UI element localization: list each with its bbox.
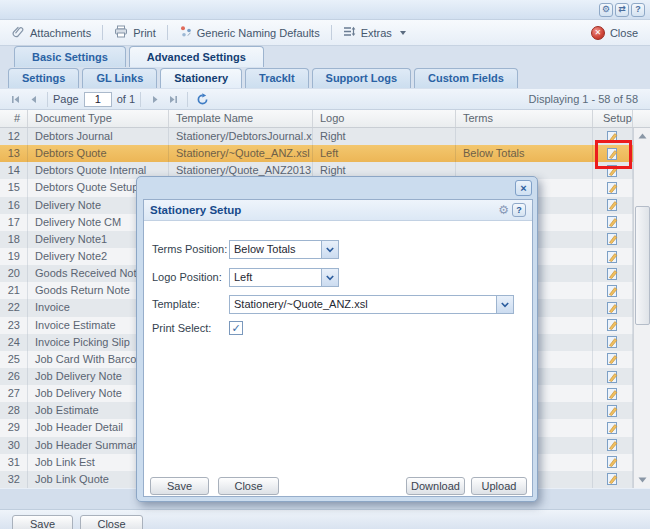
setup-edit-icon[interactable]	[593, 282, 633, 299]
extras-menu-button[interactable]: Extras	[339, 23, 410, 43]
refresh-icon[interactable]: ⇄	[615, 3, 629, 17]
tab-trackit[interactable]: TrackIt	[245, 68, 308, 88]
dialog-save-button[interactable]: Save	[150, 477, 209, 495]
template-label: Template:	[152, 298, 200, 310]
template-value: Stationery/~Quote_ANZ.xsl	[230, 296, 496, 313]
tab-custom-fields[interactable]: Custom Fields	[414, 68, 518, 88]
tab-advanced-settings[interactable]: Advanced Settings	[129, 46, 264, 67]
setup-edit-icon[interactable]	[593, 299, 633, 316]
pager-separator	[47, 92, 48, 107]
dialog-close-button[interactable]: Close	[218, 477, 279, 495]
pager-separator	[187, 92, 188, 107]
row-number-cell: 19	[0, 248, 28, 265]
scrollbar-thumb[interactable]	[635, 206, 650, 325]
chevron-down-icon[interactable]	[321, 269, 338, 286]
row-number-cell: 31	[0, 454, 28, 471]
save-button[interactable]: Save	[12, 515, 73, 529]
terms-position-label: Terms Position:	[152, 243, 227, 255]
row-number-cell: 29	[0, 419, 28, 436]
terms-position-field: Terms Position: Below Totals	[144, 240, 532, 260]
column-header-document-type[interactable]: Document Type	[28, 110, 169, 127]
print-select-checkbox[interactable]: ✓	[229, 321, 243, 335]
setup-edit-icon[interactable]	[593, 179, 633, 196]
table-row[interactable]: 13Debtors QuoteStationery/~Quote_ANZ.xsl…	[0, 145, 633, 162]
paging-toolbar: Page of 1 Displaying 1 - 58 of 58	[0, 89, 650, 110]
help-icon[interactable]: ?	[631, 3, 645, 17]
print-select-label: Print Select:	[152, 322, 211, 334]
displaying-status: Displaying 1 - 58 of 58	[529, 93, 644, 105]
dialog-download-button[interactable]: Download	[406, 477, 465, 495]
close-button-footer[interactable]: Close	[80, 515, 143, 529]
attachments-label: Attachments	[30, 27, 91, 39]
template-select[interactable]: Stationery/~Quote_ANZ.xsl	[229, 295, 514, 314]
chevron-down-icon[interactable]	[496, 296, 513, 313]
first-page-button[interactable]	[6, 91, 24, 108]
sub-tab-bar: SettingsGL LinksStationeryTrackItSupport…	[0, 68, 650, 89]
close-button[interactable]: ✕ Close	[587, 23, 642, 43]
setup-edit-icon[interactable]	[593, 385, 633, 402]
setup-edit-icon[interactable]	[593, 471, 633, 488]
setup-edit-icon[interactable]	[593, 197, 633, 214]
print-button[interactable]: Print	[110, 23, 160, 43]
dialog-panel: Stationery Setup ⚙ ? Terms Position: Bel…	[143, 199, 533, 497]
column-header-template-name[interactable]: Template Name	[169, 110, 313, 127]
dialog-close-icon[interactable]: ×	[515, 180, 532, 196]
row-number-cell: 14	[0, 162, 28, 179]
last-page-button[interactable]	[164, 91, 182, 108]
row-number-cell: 32	[0, 471, 28, 488]
scroll-up-icon[interactable]	[635, 128, 650, 144]
close-x-icon: ✕	[591, 26, 605, 40]
setup-edit-icon[interactable]	[593, 368, 633, 385]
chevron-down-icon	[400, 31, 406, 35]
setup-edit-icon[interactable]	[593, 402, 633, 419]
setup-edit-icon[interactable]	[593, 265, 633, 282]
refresh-grid-icon[interactable]	[193, 91, 211, 108]
prev-page-button[interactable]	[24, 91, 42, 108]
tab-support-logs[interactable]: Support Logs	[312, 68, 412, 88]
tab-gl-links[interactable]: GL Links	[82, 68, 157, 88]
chevron-down-icon[interactable]	[321, 241, 338, 258]
setup-edit-icon[interactable]	[593, 437, 633, 454]
dialog-header: Stationery Setup ⚙ ?	[144, 200, 532, 221]
naming-dots-icon	[179, 25, 192, 40]
column-header--[interactable]: #	[0, 110, 28, 127]
page-number-input[interactable]	[84, 92, 112, 107]
gear-icon[interactable]: ⚙	[599, 3, 613, 17]
dialog-help-icon[interactable]: ?	[512, 203, 526, 217]
dialog-upload-button[interactable]: Upload	[471, 477, 527, 495]
setup-edit-icon[interactable]	[593, 214, 633, 231]
column-header-terms[interactable]: Terms	[456, 110, 593, 127]
next-page-button[interactable]	[146, 91, 164, 108]
dialog-gear-icon[interactable]: ⚙	[498, 204, 509, 216]
row-number-cell: 23	[0, 317, 28, 334]
terms-position-value: Below Totals	[230, 241, 321, 258]
page-label: Page	[53, 93, 79, 105]
setup-edit-icon[interactable]	[593, 317, 633, 334]
vertical-scrollbar[interactable]	[633, 128, 650, 488]
template-name-cell: Stationery/~Quote_ANZ.xsl	[169, 145, 313, 162]
attachments-button[interactable]: Attachments	[8, 23, 95, 43]
setup-edit-icon[interactable]	[593, 334, 633, 351]
setup-edit-icon[interactable]	[593, 454, 633, 471]
document-type-cell: Debtors Quote	[28, 145, 169, 162]
dialog-title: Stationery Setup	[150, 204, 241, 216]
table-row[interactable]: 12Debtors JournalStationery/DebtorsJourn…	[0, 128, 633, 145]
setup-edit-icon[interactable]	[593, 351, 633, 368]
row-number-cell: 18	[0, 231, 28, 248]
grid-header: #Document TypeTemplate NameLogoTermsSetu…	[0, 110, 650, 128]
scroll-down-icon[interactable]	[635, 472, 650, 488]
tab-settings[interactable]: Settings	[8, 68, 79, 88]
generic-naming-defaults-button[interactable]: Generic Naming Defaults	[175, 23, 324, 43]
logo-position-select[interactable]: Left	[229, 268, 339, 287]
row-number-cell: 21	[0, 282, 28, 299]
toolbar-separator	[331, 25, 332, 40]
terms-position-select[interactable]: Below Totals	[229, 240, 339, 259]
column-header-setup[interactable]: Setup	[593, 110, 633, 127]
setup-edit-icon[interactable]	[593, 419, 633, 436]
column-header-logo[interactable]: Logo	[313, 110, 456, 127]
tab-basic-settings[interactable]: Basic Settings	[14, 46, 126, 67]
extras-list-icon	[343, 25, 356, 40]
setup-edit-icon[interactable]	[593, 248, 633, 265]
tab-stationery[interactable]: Stationery	[160, 68, 242, 88]
setup-edit-icon[interactable]	[593, 231, 633, 248]
